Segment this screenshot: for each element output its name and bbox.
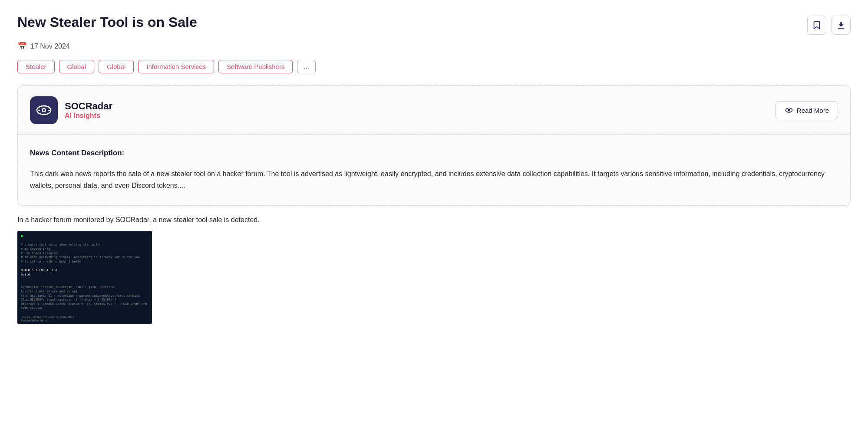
calendar-icon: 📅 (17, 42, 27, 51)
brand-subtitle: AI Insights (65, 112, 112, 120)
svg-point-6 (788, 109, 790, 111)
header-actions (807, 14, 851, 35)
terminal-screenshot: ■ # stealer tool setup when setting the … (17, 231, 152, 324)
tags-row: Stealer Global Global Information Servic… (17, 60, 851, 73)
content-label: News Content Description: (30, 149, 838, 157)
terminal-content: ■ # stealer tool setup when setting the … (17, 231, 152, 324)
tag-information-services[interactable]: Information Services (138, 60, 214, 73)
brand-text: SOCRadar AI Insights (65, 101, 112, 120)
ai-card-header: SOCRadar AI Insights Read More (18, 86, 850, 135)
tag-more[interactable]: ... (297, 60, 316, 73)
tag-software-publishers[interactable]: Software Publishers (218, 60, 293, 73)
date-text: 17 Nov 2024 (30, 43, 70, 50)
date-row: 📅 17 Nov 2024 (17, 42, 851, 51)
download-button[interactable] (832, 16, 851, 35)
subtitle-text: In a hacker forum monitored by SOCRadar,… (17, 216, 851, 224)
read-more-button[interactable]: Read More (776, 101, 838, 119)
tag-global-1[interactable]: Global (59, 60, 94, 73)
page-title: New Stealer Tool is on Sale (17, 14, 197, 30)
brand-name: SOCRadar (65, 101, 112, 112)
page-container: New Stealer Tool is on Sale 📅 17 Nov 202… (0, 0, 868, 439)
ai-card-body: News Content Description: This dark web … (18, 135, 850, 205)
read-more-label: Read More (797, 107, 829, 114)
tag-stealer[interactable]: Stealer (17, 60, 55, 73)
header-row: New Stealer Tool is on Sale (17, 14, 851, 35)
socradar-logo (30, 96, 58, 124)
bookmark-button[interactable] (807, 16, 826, 35)
ai-insights-card: SOCRadar AI Insights Read More News Cont… (17, 85, 851, 206)
svg-point-2 (43, 109, 45, 111)
ai-brand: SOCRadar AI Insights (30, 96, 112, 124)
tag-global-2[interactable]: Global (99, 60, 134, 73)
content-text: This dark web news reports the sale of a… (30, 168, 838, 191)
